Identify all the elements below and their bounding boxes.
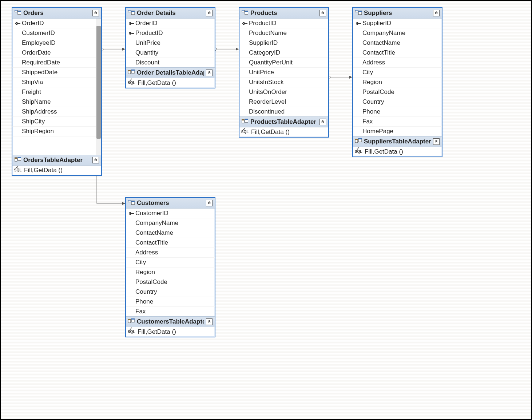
column-row[interactable]: Address bbox=[126, 248, 215, 258]
column-row[interactable]: 🔑︎OrderID bbox=[126, 19, 215, 28]
column-row[interactable]: CompanyName bbox=[353, 28, 442, 38]
column-row[interactable]: ContactTitle bbox=[126, 238, 215, 248]
dataset-designer-canvas[interactable]: Orders🔑︎OrderIDCustomerIDEmployeeIDOrder… bbox=[0, 0, 532, 420]
collapse-icon[interactable] bbox=[206, 318, 213, 325]
column-row[interactable]: 🔑︎CustomerID bbox=[126, 209, 215, 218]
adapter-method-row[interactable]: SQLFill,GetData () bbox=[353, 147, 442, 156]
adapter-method-row[interactable]: SQLFill,GetData () bbox=[126, 327, 215, 337]
column-row[interactable]: ShippedDate bbox=[12, 68, 101, 78]
svg-rect-29 bbox=[242, 119, 244, 120]
column-row[interactable]: Discontinued bbox=[239, 107, 328, 116]
column-row[interactable]: OrderDate bbox=[12, 48, 101, 58]
column-row[interactable]: City bbox=[126, 258, 215, 268]
primary-key-icon: 🔑︎ bbox=[127, 20, 135, 27]
column-row[interactable]: ContactTitle bbox=[353, 48, 442, 58]
column-row[interactable]: Fax bbox=[126, 307, 215, 316]
column-row[interactable]: 🔑︎ProductID bbox=[126, 28, 215, 38]
column-row[interactable]: PostalCode bbox=[126, 277, 215, 287]
column-name: CustomerID bbox=[22, 29, 55, 37]
column-row[interactable]: CategoryID bbox=[239, 48, 328, 58]
column-row[interactable]: ShipName bbox=[12, 97, 101, 107]
column-list: 🔑︎SupplierIDCompanyNameContactNameContac… bbox=[353, 19, 442, 136]
table-products[interactable]: Products🔑︎ProductIDProductNameSupplierID… bbox=[239, 7, 329, 138]
column-row[interactable]: 🔑︎ProductID bbox=[239, 19, 328, 28]
column-row[interactable]: ContactName bbox=[353, 38, 442, 48]
adapter-method-row[interactable]: SQLFill,GetData () bbox=[12, 166, 101, 175]
column-row[interactable]: ContactName bbox=[126, 228, 215, 238]
svg-rect-13 bbox=[15, 158, 17, 159]
column-name: CompanyName bbox=[135, 219, 178, 227]
column-row[interactable]: Phone bbox=[126, 297, 215, 307]
column-row[interactable]: ReorderLevel bbox=[239, 97, 328, 107]
column-row[interactable]: 🔑︎SupplierID bbox=[353, 19, 442, 28]
column-row[interactable]: ShipVia bbox=[12, 78, 101, 87]
column-row[interactable]: UnitPrice bbox=[126, 38, 215, 48]
collapse-icon[interactable] bbox=[433, 10, 440, 16]
column-row[interactable]: ShipAddress bbox=[12, 107, 101, 117]
scrollbar[interactable] bbox=[96, 19, 101, 155]
table-order-details[interactable]: Order Details🔑︎OrderID🔑︎ProductIDUnitPri… bbox=[125, 7, 215, 88]
table-orders[interactable]: Orders🔑︎OrderIDCustomerIDEmployeeIDOrder… bbox=[12, 7, 102, 176]
column-row[interactable]: Country bbox=[353, 97, 442, 107]
table-header[interactable]: Orders bbox=[12, 8, 101, 19]
adapter-title: ProductsTableAdapter bbox=[250, 118, 317, 126]
collapse-icon[interactable] bbox=[206, 10, 213, 16]
column-row[interactable]: Region bbox=[353, 78, 442, 87]
collapse-icon[interactable] bbox=[92, 157, 99, 163]
column-name: OrderID bbox=[22, 20, 44, 27]
column-row[interactable]: HomePage bbox=[353, 127, 442, 136]
column-row[interactable]: ShipRegion bbox=[12, 127, 101, 136]
table-customers[interactable]: Customers🔑︎CustomerIDCompanyNameContactN… bbox=[125, 197, 215, 337]
column-row[interactable]: EmployeeID bbox=[12, 38, 101, 48]
table-header[interactable]: Customers bbox=[126, 198, 215, 209]
column-name: ShipAddress bbox=[22, 108, 57, 115]
table-suppliers[interactable]: Suppliers🔑︎SupplierIDCompanyNameContactN… bbox=[352, 7, 442, 157]
column-row[interactable]: PostalCode bbox=[353, 87, 442, 97]
collapse-icon[interactable] bbox=[319, 119, 326, 125]
column-name: SupplierID bbox=[362, 20, 391, 27]
adapter-icon bbox=[128, 318, 135, 325]
table-adapter-header[interactable]: OrdersTableAdapter bbox=[12, 155, 101, 166]
svg-marker-7 bbox=[122, 202, 125, 205]
adapter-method-row[interactable]: SQLFill,GetData () bbox=[239, 127, 328, 137]
column-row[interactable]: ShipCity bbox=[12, 117, 101, 127]
table-header[interactable]: Suppliers bbox=[353, 8, 442, 19]
column-row[interactable]: Country bbox=[126, 287, 215, 297]
column-row[interactable]: QuantityPerUnit bbox=[239, 58, 328, 68]
table-adapter-header[interactable]: CustomersTableAdapter bbox=[126, 316, 215, 327]
column-row[interactable]: UnitPrice bbox=[239, 68, 328, 78]
column-row[interactable]: Address bbox=[353, 58, 442, 68]
column-row[interactable]: Quantity bbox=[126, 48, 215, 58]
primary-key-icon: 🔑︎ bbox=[354, 20, 362, 27]
table-adapter-header[interactable]: ProductsTableAdapter bbox=[239, 116, 328, 127]
column-row[interactable]: UnitsInStock bbox=[239, 78, 328, 87]
column-row[interactable]: ProductName bbox=[239, 28, 328, 38]
adapter-method-row[interactable]: SQLFill,GetData () bbox=[126, 78, 215, 88]
column-row[interactable]: RequiredDate bbox=[12, 58, 101, 68]
column-row[interactable]: Phone bbox=[353, 107, 442, 117]
column-name: ShipRegion bbox=[22, 128, 54, 135]
table-adapter-header[interactable]: SuppliersTableAdapter bbox=[353, 136, 442, 147]
column-name: Country bbox=[135, 288, 157, 296]
column-row[interactable]: City bbox=[353, 68, 442, 78]
collapse-icon[interactable] bbox=[319, 10, 326, 16]
column-row[interactable]: 🔑︎OrderID bbox=[12, 19, 101, 28]
column-row[interactable]: Freight bbox=[12, 87, 101, 97]
table-adapter-header[interactable]: Order DetailsTableAdapter bbox=[126, 67, 215, 78]
column-row[interactable]: CustomerID bbox=[12, 28, 101, 38]
column-row[interactable]: CompanyName bbox=[126, 218, 215, 228]
column-row[interactable]: SupplierID bbox=[239, 38, 328, 48]
collapse-icon[interactable] bbox=[92, 10, 99, 16]
table-header[interactable]: Products bbox=[239, 8, 328, 19]
collapse-icon[interactable] bbox=[206, 70, 213, 76]
table-header[interactable]: Order Details bbox=[126, 8, 215, 19]
collapse-icon[interactable] bbox=[433, 138, 440, 145]
column-name: UnitsOnOrder bbox=[249, 88, 287, 96]
scrollbar-thumb[interactable] bbox=[96, 26, 101, 139]
column-row[interactable]: Region bbox=[126, 268, 215, 277]
column-row[interactable]: Discount bbox=[126, 58, 215, 67]
collapse-icon[interactable] bbox=[206, 200, 213, 206]
column-row[interactable]: UnitsOnOrder bbox=[239, 87, 328, 97]
column-name: ShippedDate bbox=[22, 69, 57, 76]
column-row[interactable]: Fax bbox=[353, 117, 442, 127]
